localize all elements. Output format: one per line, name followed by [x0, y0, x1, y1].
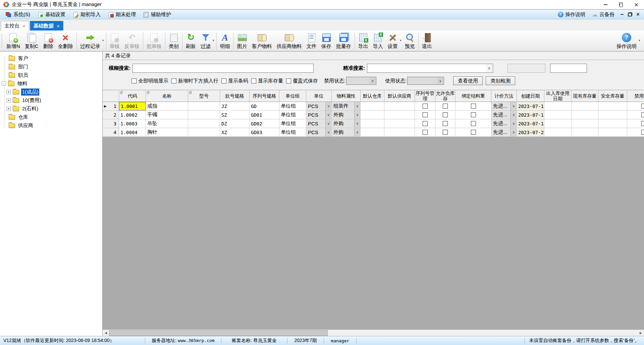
scroll-left-button[interactable]: ◀ — [103, 330, 109, 336]
checkbox[interactable] — [423, 112, 428, 117]
toolbar-category-button[interactable]: 类别 — [166, 31, 181, 50]
cell-warehouse[interactable] — [361, 102, 384, 110]
table-row[interactable]: ▶11.0001戒指JZGD单位组PCS∨组装件∨先进...∨2023-07-1 — [103, 102, 644, 111]
cell-warehouse[interactable] — [361, 119, 384, 128]
cell-serial[interactable]: GD03 — [250, 128, 279, 136]
toolbar-exit-button[interactable]: 退出 — [420, 31, 434, 50]
checkbox[interactable] — [443, 121, 448, 126]
aux-field-input[interactable] — [550, 64, 587, 73]
header-io_date[interactable]: 出入库使用日期 — [544, 90, 572, 102]
precise-search-combo[interactable]: ∨ — [367, 64, 493, 73]
header-disabled[interactable]: 禁用状态 — [627, 90, 644, 102]
header-warehouse[interactable]: 默认仓库 — [361, 90, 384, 102]
chevron-down-icon[interactable]: ∨ — [354, 102, 360, 110]
close-icon[interactable]: × — [22, 23, 25, 28]
checkbox[interactable] — [641, 130, 644, 135]
toolbar-copy-button[interactable]: 复制C — [22, 31, 41, 50]
cell-supplier[interactable] — [384, 111, 415, 119]
cell-code[interactable]: 1.0003 — [119, 119, 146, 128]
chevron-down-icon[interactable]: ∨ — [511, 119, 517, 128]
toolbar-save-button[interactable]: 保存 — [319, 31, 334, 50]
toolbar-process-log-button[interactable]: 过程记录▼ — [78, 31, 105, 50]
checkbox-icon[interactable] — [131, 78, 137, 83]
cell-style[interactable]: SZ — [220, 111, 250, 119]
header-model[interactable]: 型号 — [188, 90, 220, 102]
cell-attr[interactable]: 外购∨ — [332, 119, 361, 128]
cell-sel[interactable]: 4 — [103, 128, 119, 136]
cell-sel[interactable]: 3 — [103, 119, 119, 128]
header-sel[interactable] — [103, 90, 119, 102]
expand-icon[interactable]: + — [6, 90, 11, 94]
checkbox[interactable] — [423, 104, 428, 109]
cell-stock_qty[interactable] — [572, 102, 598, 110]
cell-code[interactable]: 1.0001 — [119, 102, 146, 110]
checkbox-insert-below[interactable]: 新增时下方插入行 — [171, 78, 218, 84]
toolbar-filter-button[interactable]: 过滤▼ — [198, 31, 215, 50]
cell-warehouse[interactable] — [361, 128, 384, 136]
toolbar-file-button[interactable]: 文件 — [304, 31, 319, 50]
toolbar-customer-material-button[interactable]: 客户物料 — [250, 31, 274, 50]
tree-item[interactable]: +1(成品) — [0, 88, 102, 96]
h-scrollbar[interactable]: ◀ ▶ — [103, 330, 644, 336]
header-pricing[interactable]: 计价方法 — [491, 90, 517, 102]
checkbox[interactable] — [423, 130, 428, 135]
tree-item[interactable]: -物料 — [0, 79, 102, 88]
header-attr[interactable]: 物料属性 — [332, 90, 361, 102]
checkbox-icon[interactable] — [251, 78, 256, 83]
cell-stock_qty[interactable] — [572, 128, 598, 136]
expand-icon[interactable]: + — [6, 107, 11, 111]
checkbox-all-details[interactable]: 全部明细显示 — [131, 78, 168, 84]
chevron-down-icon[interactable]: ∨ — [511, 102, 517, 110]
cell-created[interactable]: 2023-07-1 — [517, 102, 544, 110]
expand-icon[interactable]: + — [6, 98, 11, 103]
cell-unit[interactable]: PCS∨ — [306, 119, 332, 128]
cell-bind_weight[interactable] — [455, 128, 491, 136]
cell-name[interactable]: 胸针 — [146, 128, 188, 136]
cell-supplier[interactable] — [384, 102, 415, 110]
header-created[interactable]: 创建日期 — [517, 90, 544, 102]
cell-neg_stock[interactable] — [435, 111, 455, 119]
chevron-down-icon[interactable]: ∨ — [511, 111, 517, 119]
cell-unit[interactable]: PCS∨ — [306, 111, 332, 119]
header-neg_stock[interactable]: 允许负库存 — [435, 90, 455, 102]
checkbox-show-stock[interactable]: 显示库存量 — [251, 78, 283, 84]
checkbox[interactable] — [641, 104, 644, 109]
help-button[interactable]: ? 操作说明 — [555, 11, 588, 18]
cell-name[interactable]: 吊坠 — [146, 119, 188, 128]
checkbox[interactable] — [471, 104, 476, 109]
cell-supplier[interactable] — [384, 119, 415, 128]
tree-item[interactable]: +10(费用) — [0, 96, 102, 105]
cell-code[interactable]: 1.0002 — [119, 111, 146, 119]
cell-sn_mgmt[interactable] — [415, 102, 435, 110]
header-style[interactable]: 款号规格 — [220, 90, 250, 102]
cell-safe_qty[interactable] — [598, 128, 627, 136]
menu-item-maintenance[interactable]: 辅助维护 — [140, 10, 175, 19]
cell-bind_weight[interactable] — [455, 111, 491, 119]
cell-pricing[interactable]: 先进...∨ — [491, 102, 517, 110]
checkbox[interactable] — [471, 130, 476, 135]
toolbar-preview-button[interactable]: 预览 — [402, 31, 417, 50]
table-row[interactable]: 41.0004胸针XZGD03单位组PCS∨外购∨先进...∨2023-07-2 — [103, 128, 644, 137]
tab-basic-data[interactable]: 基础数据 × — [30, 21, 63, 31]
cell-attr[interactable]: 外购∨ — [332, 128, 361, 136]
chevron-down-icon[interactable]: ∨ — [511, 128, 517, 136]
use-status-combo[interactable]: ∨ — [407, 77, 444, 85]
checkbox-icon[interactable] — [221, 78, 226, 83]
cell-unit[interactable]: PCS∨ — [306, 128, 332, 136]
cell-stock_qty[interactable] — [572, 111, 598, 119]
table-row[interactable]: 31.0003吊坠DZGD02单位组PCS∨外购∨先进...∨2023-07-1 — [103, 119, 644, 128]
cell-serial[interactable]: GD01 — [250, 111, 279, 119]
checkbox[interactable] — [641, 112, 644, 117]
toolbar-batch-save-button[interactable]: 批量存 — [334, 31, 354, 50]
cell-model[interactable] — [188, 119, 220, 128]
cell-io_date[interactable] — [544, 119, 572, 128]
toolbar-settings-button[interactable]: 设置▼ — [385, 31, 402, 50]
checkbox[interactable] — [471, 121, 476, 126]
toolbar-help-button[interactable]: 操作说明 ▼ — [614, 31, 641, 50]
toolbar-new-button[interactable]: 新增N — [4, 31, 22, 50]
header-sn_mgmt[interactable]: 序列号管理 — [415, 90, 435, 102]
checkbox[interactable] — [443, 130, 448, 135]
header-safe_qty[interactable]: 安全库存量 — [598, 90, 627, 102]
chevron-down-icon[interactable]: ∨ — [325, 111, 331, 119]
category-check-button[interactable]: 类别检测 — [486, 76, 515, 85]
